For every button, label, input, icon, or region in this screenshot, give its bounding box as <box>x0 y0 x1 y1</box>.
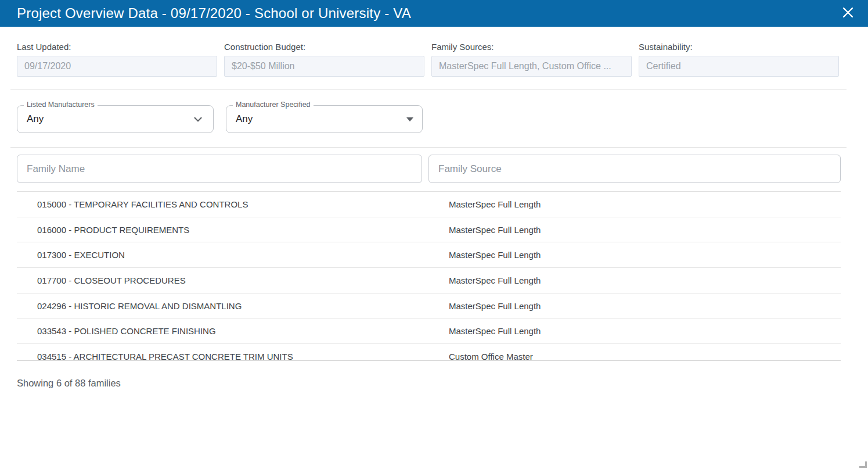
resize-grip-icon[interactable] <box>859 461 867 468</box>
construction-budget-value <box>224 56 424 77</box>
table-row[interactable]: 033543 - POLISHED CONCRETE FINISHING Mas… <box>17 318 841 344</box>
dialog-title: Project Overview Data - 09/17/2020 - Sch… <box>17 5 839 22</box>
family-source-cell: MasterSpec Full Length <box>428 225 841 235</box>
family-source-cell: MasterSpec Full Length <box>428 250 841 260</box>
table-row[interactable]: 017300 - EXECUTION MasterSpec Full Lengt… <box>17 242 841 268</box>
manufacturer-specified-select[interactable]: Manufacturer Specified Any <box>226 105 423 133</box>
family-name-cell: 024296 - HISTORIC REMOVAL AND DISMANTLIN… <box>17 301 428 311</box>
family-name-cell: 033543 - POLISHED CONCRETE FINISHING <box>17 326 428 336</box>
listed-manufacturers-value: Any <box>27 113 192 125</box>
table-row[interactable]: 034515 - ARCHITECTURAL PRECAST CONCRETE … <box>17 344 841 361</box>
family-name-cell: 034515 - ARCHITECTURAL PRECAST CONCRETE … <box>17 352 428 361</box>
listed-manufacturers-label: Listed Manufacturers <box>24 101 98 109</box>
table-row[interactable]: 015000 - TEMPORARY FACILITIES AND CONTRO… <box>17 192 841 217</box>
family-source-cell: MasterSpec Full Length <box>428 199 841 209</box>
family-name-cell: 015000 - TEMPORARY FACILITIES AND CONTRO… <box>17 199 428 209</box>
chevron-down-icon <box>192 113 204 126</box>
manufacturer-specified-label: Manufacturer Specified <box>233 101 314 109</box>
family-source-cell: MasterSpec Full Length <box>428 326 841 336</box>
dialog-header: Project Overview Data - 09/17/2020 - Sch… <box>0 0 868 27</box>
table-row[interactable]: 024296 - HISTORIC REMOVAL AND DISMANTLIN… <box>17 293 841 319</box>
table-row[interactable]: 016000 - PRODUCT REQUIREMENTS MasterSpec… <box>17 217 841 243</box>
sustainability-label: Sustainability: <box>639 42 839 52</box>
family-source-input[interactable] <box>428 155 841 183</box>
last-updated-value <box>17 56 217 77</box>
family-source-cell: MasterSpec Full Length <box>428 301 841 311</box>
close-button[interactable] <box>839 5 856 22</box>
family-source-cell: MasterSpec Full Length <box>428 275 841 285</box>
sustainability-value <box>639 56 839 77</box>
family-name-cell: 016000 - PRODUCT REQUIREMENTS <box>17 225 428 235</box>
field-construction-budget: Construction Budget: <box>224 42 424 77</box>
family-table: 015000 - TEMPORARY FACILITIES AND CONTRO… <box>17 191 841 361</box>
triangle-down-icon <box>406 117 413 121</box>
family-sources-label: Family Sources: <box>431 42 632 52</box>
family-sources-value <box>431 56 632 77</box>
family-name-cell: 017700 - CLOSEOUT PROCEDURES <box>17 275 428 285</box>
field-last-updated: Last Updated: <box>17 42 217 77</box>
family-table-body: 015000 - TEMPORARY FACILITIES AND CONTRO… <box>17 192 841 361</box>
listed-manufacturers-select[interactable]: Listed Manufacturers Any <box>17 105 214 133</box>
last-updated-label: Last Updated: <box>17 42 217 52</box>
table-row[interactable]: 017700 - CLOSEOUT PROCEDURES MasterSpec … <box>17 268 841 293</box>
manufacturer-specified-value: Any <box>236 113 406 125</box>
field-family-sources: Family Sources: <box>431 42 632 77</box>
construction-budget-label: Construction Budget: <box>224 42 424 52</box>
search-row <box>0 148 868 183</box>
family-name-cell: 017300 - EXECUTION <box>17 250 428 260</box>
family-source-cell: Custom Office Master <box>428 352 841 361</box>
family-name-input[interactable] <box>17 155 422 183</box>
filters-row: Listed Manufacturers Any Manufacturer Sp… <box>0 90 868 133</box>
status-text: Showing 6 of 88 families <box>0 361 868 389</box>
field-sustainability: Sustainability: <box>639 42 839 77</box>
close-icon <box>842 6 854 21</box>
summary-fields-row: Last Updated: Construction Budget: Famil… <box>0 27 868 77</box>
